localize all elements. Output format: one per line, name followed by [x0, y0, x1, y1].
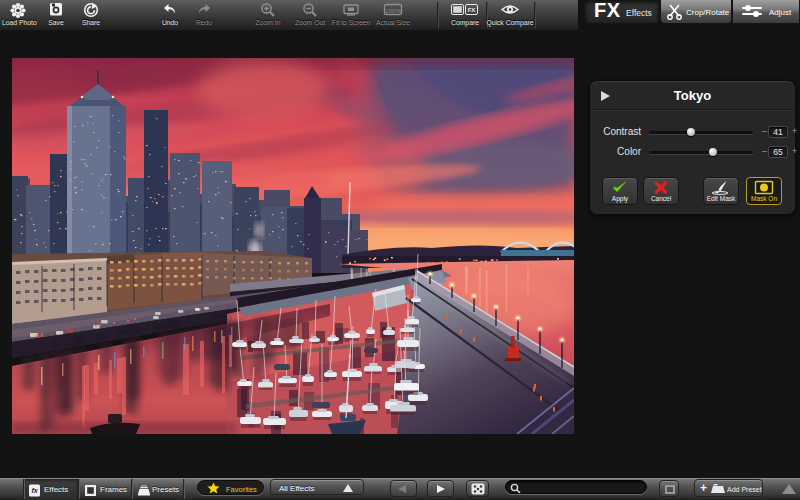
svg-text:100%: 100%	[385, 7, 401, 14]
svg-text:FX: FX	[468, 7, 476, 13]
svg-text:fx: fx	[31, 487, 38, 494]
